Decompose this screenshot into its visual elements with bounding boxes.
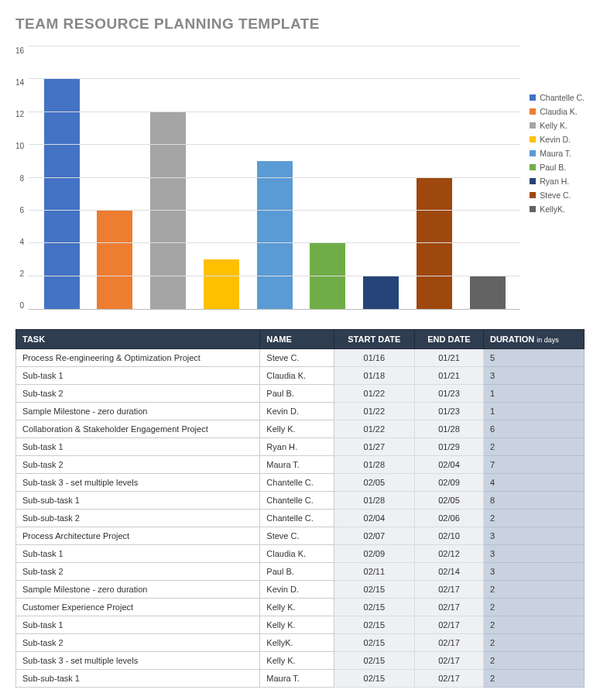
cell-duration: 3: [483, 527, 584, 545]
chart-container: 1614121086420 Chantelle C.Claudia K.Kell…: [15, 46, 585, 310]
chart-bar: [417, 178, 452, 310]
chart-bars: [29, 46, 520, 309]
y-axis: 1614121086420: [15, 46, 29, 310]
task-table: TASK NAME START DATE END DATE DURATION i…: [15, 329, 585, 688]
cell-task: Sample Milestone - zero duration: [16, 581, 260, 599]
cell-task: Sub-task 1: [16, 438, 260, 456]
cell-name: Paul B.: [260, 563, 334, 581]
cell-duration: 4: [483, 474, 584, 492]
legend-swatch: [530, 122, 536, 129]
cell-name: Ryan H.: [260, 438, 334, 456]
cell-end: 01/29: [415, 438, 484, 456]
cell-duration: 3: [483, 545, 584, 563]
table-row: Customer Experience ProjectKelly K.02/15…: [16, 599, 585, 616]
cell-start: 01/28: [334, 456, 414, 474]
gridline: [29, 276, 520, 276]
cell-task: Sub-sub-task 1: [16, 492, 260, 510]
cell-task: Sub-sub-task 2: [16, 510, 260, 527]
cell-end: 01/23: [415, 403, 484, 420]
cell-duration: 7: [483, 456, 584, 474]
cell-start: 01/22: [334, 403, 414, 420]
cell-task: Sub-task 2: [16, 563, 260, 581]
cell-task: Customer Experience Project: [16, 599, 260, 616]
y-tick: 4: [20, 238, 25, 246]
cell-end: 02/17: [415, 670, 484, 688]
cell-name: Kevin D.: [260, 581, 334, 599]
cell-start: 02/04: [334, 510, 414, 527]
cell-task: Sub-task 1: [16, 616, 260, 634]
legend-item: Kevin D.: [530, 135, 585, 144]
cell-task: Sub-task 2: [16, 634, 260, 652]
legend-label: Kevin D.: [540, 135, 571, 144]
cell-name: Steve C.: [260, 527, 334, 545]
cell-name: Chantelle C.: [260, 474, 334, 492]
cell-name: KellyK.: [260, 634, 334, 652]
cell-start: 02/09: [334, 545, 414, 563]
cell-name: Claudia K.: [260, 367, 334, 385]
cell-end: 02/17: [415, 652, 484, 670]
cell-duration: 2: [483, 438, 584, 456]
legend-item: Steve C.: [530, 190, 585, 200]
cell-task: Sub-sub-task 1: [16, 670, 260, 688]
cell-start: 02/05: [334, 474, 414, 492]
cell-duration: 2: [483, 510, 584, 527]
cell-duration: 2: [483, 652, 584, 670]
legend-swatch: [530, 178, 536, 184]
cell-duration: 2: [483, 634, 584, 652]
chart-bar: [257, 161, 293, 309]
legend-label: Maura T.: [540, 149, 571, 158]
cell-end: 02/05: [415, 492, 484, 510]
col-start: START DATE: [334, 330, 414, 349]
cell-end: 01/21: [415, 349, 484, 367]
table-row: Sub-task 2Maura T.01/2802/047: [16, 456, 585, 474]
cell-duration: 6: [483, 420, 584, 438]
cell-end: 01/23: [415, 385, 484, 403]
cell-start: 02/07: [334, 527, 414, 545]
cell-end: 02/09: [415, 474, 484, 492]
table-row: Sub-task 2Paul B.01/2201/231: [16, 385, 585, 403]
page-title: TEAM RESOURCE PLANNING TEMPLATE: [15, 15, 585, 33]
legend-item: Paul B.: [530, 163, 585, 172]
cell-name: Kelly K.: [260, 420, 334, 438]
cell-start: 02/11: [334, 563, 414, 581]
chart-bar: [44, 79, 80, 309]
table-header: TASK NAME START DATE END DATE DURATION i…: [16, 330, 585, 349]
cell-name: Steve C.: [260, 349, 334, 367]
y-tick: 10: [15, 142, 24, 150]
cell-end: 02/10: [415, 527, 484, 545]
cell-duration: 2: [483, 670, 584, 688]
legend-swatch: [530, 108, 536, 115]
cell-task: Sub-task 3 - set multiple levels: [16, 652, 260, 670]
cell-task: Sub-task 1: [16, 367, 260, 385]
chart-legend: Chantelle C.Claudia K.Kelly K.Kevin D.Ma…: [530, 93, 585, 218]
chart-body: 1614121086420: [15, 46, 520, 310]
cell-name: Maura T.: [260, 670, 334, 688]
cell-start: 01/27: [334, 438, 414, 456]
cell-duration: 8: [483, 492, 584, 510]
legend-label: Paul B.: [540, 163, 566, 172]
cell-end: 02/17: [415, 634, 484, 652]
cell-task: Process Architecture Project: [16, 527, 260, 545]
gridline: [29, 46, 520, 46]
cell-start: 01/22: [334, 420, 414, 438]
legend-swatch: [530, 136, 536, 142]
cell-end: 02/04: [415, 456, 484, 474]
cell-duration: 2: [483, 581, 584, 599]
chart-bar: [470, 276, 506, 309]
legend-label: KellyK.: [540, 204, 565, 214]
table-row: Sub-task 1Ryan H.01/2701/292: [16, 438, 585, 456]
cell-task: Process Re-engineering & Optimization Pr…: [16, 349, 260, 367]
cell-name: Kevin D.: [260, 403, 334, 420]
cell-duration: 3: [483, 563, 584, 581]
cell-end: 02/14: [415, 563, 484, 581]
col-task: TASK: [16, 330, 260, 349]
legend-label: Claudia K.: [540, 107, 577, 116]
cell-end: 02/12: [415, 545, 484, 563]
cell-name: Chantelle C.: [260, 492, 334, 510]
cell-duration: 2: [483, 599, 584, 616]
legend-swatch: [530, 164, 536, 170]
gridline: [29, 242, 520, 243]
table-row: Sub-task 1Claudia K.02/0902/123: [16, 545, 585, 563]
cell-name: Maura T.: [260, 456, 334, 474]
chart-bar: [97, 211, 132, 309]
